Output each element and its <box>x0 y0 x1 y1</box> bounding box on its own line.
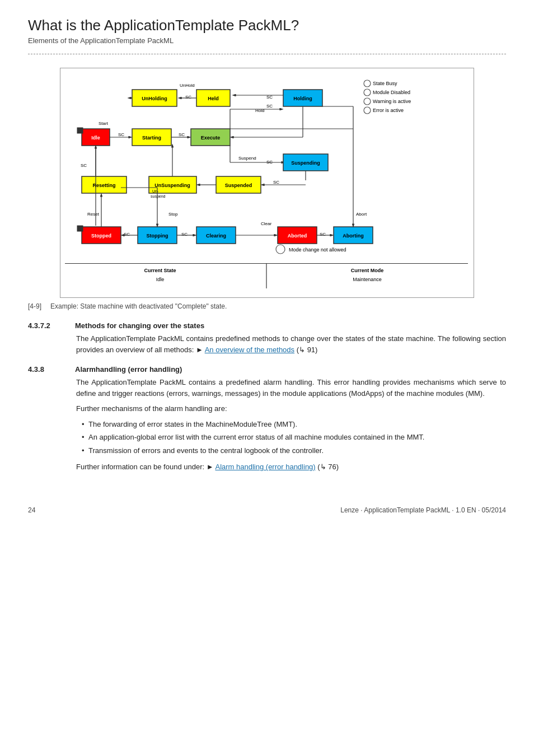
section-4372-body: The ApplicationTemplate PackML contains … <box>28 333 506 355</box>
section-4372-ref: (↳ 91) <box>297 346 318 354</box>
section-438-bullets: The forwarding of error states in the Ma… <box>76 419 506 456</box>
svg-text:Clearing: Clearing <box>206 233 226 239</box>
svg-text:Error is active: Error is active <box>373 108 404 113</box>
figure-text: Example: State machine with deactivated … <box>50 302 227 310</box>
svg-text:Execute: Execute <box>201 135 221 141</box>
section-438-further-info: Further information can be found under: … <box>76 461 506 473</box>
svg-text:suspend: suspend <box>151 194 166 199</box>
list-item: Transmission of errors and events to the… <box>82 445 506 456</box>
svg-text:SC: SC <box>266 104 273 109</box>
svg-point-3 <box>364 89 371 96</box>
figure-number: [4-9] <box>28 302 41 310</box>
svg-text:UnHolding: UnHolding <box>142 96 167 101</box>
svg-text:Idle: Idle <box>91 135 100 141</box>
svg-point-5 <box>364 98 371 105</box>
svg-text:Module Disabled: Module Disabled <box>373 90 410 95</box>
svg-text:Aborted: Aborted <box>288 233 307 239</box>
section-438-header: 4.3.8 Alarmhandling (error handling) <box>28 365 506 374</box>
svg-text:UnHold: UnHold <box>180 83 195 88</box>
svg-text:Abort: Abort <box>356 212 367 217</box>
horizontal-divider <box>28 54 506 54</box>
section-4372-header: 4.3.7.2 Methods for changing over the st… <box>28 321 506 330</box>
section-4372-title: Methods for changing over the states <box>75 321 204 330</box>
svg-text:Current Mode: Current Mode <box>351 268 384 273</box>
svg-text:Starting: Starting <box>142 135 161 141</box>
svg-text:SC: SC <box>81 163 87 168</box>
section-4372-link[interactable]: An overview of the methods <box>205 346 294 354</box>
page-title: What is the ApplicationTemplate PackML? <box>28 17 506 34</box>
svg-text:Current State: Current State <box>144 268 176 273</box>
section-438-ref: (↳ 76) <box>317 463 339 471</box>
svg-text:Stopped: Stopped <box>91 233 111 239</box>
svg-text:SC: SC <box>320 232 326 237</box>
diagram-container: State Busy Module Disabled Warning is ac… <box>60 68 474 298</box>
section-438-number: 4.3.8 <box>28 365 62 374</box>
svg-text:Suspend: Suspend <box>238 156 256 161</box>
svg-point-7 <box>364 107 371 114</box>
state-machine-diagram: State Busy Module Disabled Warning is ac… <box>65 73 468 291</box>
page-footer: 24 Lenze · ApplicationTemplate PackML · … <box>28 506 506 514</box>
svg-text:Hold: Hold <box>255 108 264 113</box>
svg-text:Maintenance: Maintenance <box>353 277 382 282</box>
svg-text:Stopping: Stopping <box>147 233 168 239</box>
svg-text:Aborting: Aborting <box>343 233 364 239</box>
svg-text:Stop: Stop <box>168 212 178 217</box>
list-item: The forwarding of error states in the Ma… <box>82 419 506 430</box>
svg-text:UnSuspending: UnSuspending <box>154 183 190 188</box>
section-4372-text: The ApplicationTemplate PackML contains … <box>76 333 506 355</box>
svg-text:Resetting: Resetting <box>92 183 115 188</box>
figure-caption: [4-9] Example: State machine with deacti… <box>28 302 506 310</box>
svg-point-1 <box>364 80 371 87</box>
svg-text:State Busy: State Busy <box>373 81 397 86</box>
svg-text:Start: Start <box>99 121 109 126</box>
section-438-further-label: Further mechanisms of the alarm handling… <box>76 403 506 414</box>
section-438-link[interactable]: Alarm handling (error handling) <box>215 463 315 471</box>
svg-text:Reset: Reset <box>87 212 100 217</box>
svg-text:SC: SC <box>179 132 185 137</box>
svg-text:SC: SC <box>273 180 279 185</box>
svg-text:Idle: Idle <box>156 277 165 282</box>
svg-text:SC: SC <box>124 232 130 237</box>
svg-text:Mode change not allowed: Mode change not allowed <box>289 247 346 253</box>
page-subtitle: Elements of the ApplicationTemplate Pack… <box>28 36 506 45</box>
svg-text:Un-: Un- <box>152 189 159 193</box>
svg-text:SC: SC <box>118 132 124 137</box>
svg-text:Holding: Holding <box>293 96 312 101</box>
svg-text:Clear: Clear <box>261 221 271 226</box>
section-4372-number: 4.3.7.2 <box>28 321 62 330</box>
svg-point-89 <box>276 245 285 254</box>
list-item: An application-global error list with th… <box>82 432 506 443</box>
svg-text:Suspended: Suspended <box>225 183 252 188</box>
svg-text:Held: Held <box>208 96 219 101</box>
svg-rect-62 <box>77 226 83 231</box>
svg-text:Suspending: Suspending <box>291 160 320 166</box>
svg-text:SC: SC <box>266 160 273 165</box>
svg-text:Warning is active: Warning is active <box>373 99 411 104</box>
footer-page-number: 24 <box>28 506 35 514</box>
section-438-body: The ApplicationTemplate PackML contains … <box>28 377 506 473</box>
section-438-title: Alarmhandling (error handling) <box>75 365 182 374</box>
svg-text:SC: SC <box>181 232 188 237</box>
footer-publisher: Lenze · ApplicationTemplate PackML · 1.0… <box>340 506 506 514</box>
svg-rect-22 <box>77 128 83 133</box>
svg-text:SC: SC <box>185 95 191 100</box>
section-438-intro: The ApplicationTemplate PackML contains … <box>76 377 506 399</box>
